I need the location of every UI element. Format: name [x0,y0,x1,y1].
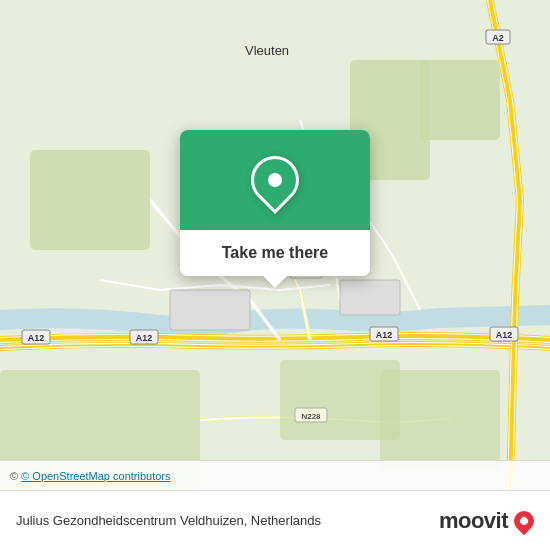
svg-text:A2: A2 [492,33,504,43]
svg-rect-8 [340,280,400,315]
take-me-there-button[interactable]: Take me there [180,230,370,276]
moovit-logo: moovit [439,508,534,534]
svg-rect-1 [30,150,150,250]
popup-icon-area [180,130,370,230]
svg-text:A12: A12 [28,333,45,343]
moovit-brand-text: moovit [439,508,508,534]
map-container: Vleuten A12 A12 A12 A12 A2 N419 N228 Tak… [0,0,550,490]
svg-text:A12: A12 [496,330,513,340]
popup-card: Take me there [180,130,370,276]
svg-text:Vleuten: Vleuten [245,43,289,58]
location-pin-icon [241,146,309,214]
svg-text:A12: A12 [376,330,393,340]
footer-bar: Julius Gezondheidscentrum Veldhuizen, Ne… [0,490,550,550]
osm-link[interactable]: © OpenStreetMap contributors [21,470,170,482]
attribution-bar: © © OpenStreetMap contributors [0,460,550,490]
attribution-text: © © OpenStreetMap contributors [10,470,171,482]
svg-rect-6 [380,370,500,470]
svg-text:A12: A12 [136,333,153,343]
footer-location-text: Julius Gezondheidscentrum Veldhuizen, Ne… [16,513,321,528]
svg-rect-7 [170,290,250,330]
moovit-pin-icon [510,506,538,534]
svg-rect-3 [420,60,500,140]
svg-text:N228: N228 [301,412,321,421]
